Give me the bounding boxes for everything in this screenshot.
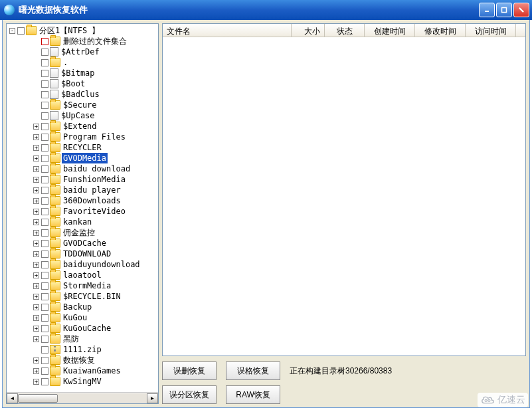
tree-item[interactable]: +TDDOWNLOAD bbox=[7, 249, 158, 259]
tree-item[interactable]: +佣金监控 bbox=[7, 227, 158, 238]
expand-icon[interactable]: + bbox=[33, 209, 39, 215]
checkbox[interactable] bbox=[41, 378, 48, 385]
expand-icon[interactable]: + bbox=[33, 251, 39, 257]
column-header[interactable]: 文件名 bbox=[163, 24, 292, 37]
checkbox[interactable] bbox=[41, 112, 48, 120]
scroll-thumb[interactable] bbox=[18, 394, 58, 403]
tree-item[interactable]: 删除过的文件集合 bbox=[7, 36, 158, 47]
checkbox[interactable] bbox=[41, 314, 48, 322]
tree-item[interactable]: +baidu player bbox=[7, 185, 158, 195]
expand-icon[interactable]: + bbox=[33, 177, 39, 183]
tree-item[interactable]: +$Extend bbox=[7, 121, 158, 132]
recover-deleted-button[interactable]: 误删恢复 bbox=[162, 361, 217, 380]
expand-icon[interactable]: + bbox=[33, 134, 39, 140]
expand-icon[interactable]: + bbox=[33, 283, 39, 289]
expand-icon[interactable]: + bbox=[33, 198, 39, 204]
checkbox[interactable] bbox=[41, 304, 48, 311]
expand-icon[interactable]: + bbox=[33, 294, 39, 300]
tree-item[interactable]: $Secure bbox=[7, 100, 158, 110]
checkbox[interactable] bbox=[41, 80, 48, 88]
expand-icon[interactable]: + bbox=[33, 124, 39, 130]
expand-icon[interactable]: + bbox=[33, 368, 39, 374]
maximize-button[interactable] bbox=[496, 3, 512, 17]
checkbox[interactable] bbox=[41, 70, 48, 77]
tree-item[interactable]: +Backup bbox=[7, 302, 158, 312]
expand-icon[interactable]: + bbox=[33, 326, 39, 332]
checkbox[interactable] bbox=[41, 197, 48, 205]
tree-horizontal-scrollbar[interactable]: ◄ ► bbox=[7, 392, 158, 403]
file-list[interactable]: 文件名大小状态创建时间修改时间访问时间 bbox=[162, 23, 526, 356]
file-list-header[interactable]: 文件名大小状态创建时间修改时间访问时间 bbox=[163, 24, 525, 37]
checkbox[interactable] bbox=[41, 261, 48, 268]
checkbox[interactable] bbox=[41, 282, 48, 290]
tree-item[interactable]: +GVODCache bbox=[7, 238, 158, 249]
file-list-body[interactable] bbox=[163, 37, 525, 356]
checkbox[interactable] bbox=[41, 272, 48, 279]
column-header[interactable]: 访问时间 bbox=[466, 24, 516, 37]
checkbox[interactable] bbox=[41, 346, 48, 354]
tree-item[interactable]: 1111.zip bbox=[7, 344, 158, 355]
expand-icon[interactable]: + bbox=[33, 187, 39, 193]
checkbox[interactable] bbox=[17, 27, 25, 35]
checkbox[interactable] bbox=[41, 91, 48, 98]
tree-item[interactable]: +kankan bbox=[7, 217, 158, 227]
tree-item[interactable]: +laoatool bbox=[7, 270, 158, 280]
tree-item[interactable]: . bbox=[7, 57, 158, 68]
checkbox[interactable] bbox=[41, 187, 48, 194]
scroll-left-button[interactable]: ◄ bbox=[7, 393, 18, 403]
checkbox[interactable] bbox=[41, 59, 48, 66]
checkbox[interactable] bbox=[41, 208, 48, 215]
checkbox[interactable] bbox=[41, 102, 48, 109]
tree-item[interactable]: $Boot bbox=[7, 78, 158, 89]
tree-item[interactable]: $UpCase bbox=[7, 110, 158, 121]
tree-item[interactable]: +$RECYCLE.BIN bbox=[7, 291, 158, 302]
checkbox[interactable] bbox=[41, 134, 48, 141]
tree-item[interactable]: +StormMedia bbox=[7, 280, 158, 291]
recover-raw-button[interactable]: RAW恢复 bbox=[226, 385, 280, 404]
checkbox[interactable] bbox=[41, 155, 48, 162]
tree-item[interactable]: +数据恢复 bbox=[7, 355, 158, 365]
tree-item[interactable]: +黑防 bbox=[7, 334, 158, 344]
expand-icon[interactable]: + bbox=[33, 379, 39, 385]
scroll-right-button[interactable]: ► bbox=[147, 393, 158, 403]
checkbox[interactable] bbox=[41, 165, 48, 173]
tree-root[interactable]: -分区1【NTFS 】 bbox=[7, 25, 158, 36]
column-header[interactable]: 修改时间 bbox=[415, 24, 466, 37]
tree-item[interactable]: +KuGou bbox=[7, 312, 158, 323]
expand-icon[interactable]: + bbox=[33, 155, 39, 161]
column-header[interactable]: 大小 bbox=[292, 24, 325, 37]
checkbox[interactable] bbox=[41, 38, 48, 45]
tree-item[interactable]: +KuGouCache bbox=[7, 323, 158, 334]
expand-icon[interactable]: + bbox=[33, 219, 39, 225]
tree-item[interactable]: $Bitmap bbox=[7, 68, 158, 78]
expand-icon[interactable]: + bbox=[33, 241, 39, 247]
checkbox[interactable] bbox=[41, 357, 48, 364]
tree-item[interactable]: $BadClus bbox=[7, 89, 158, 100]
directory-tree[interactable]: -分区1【NTFS 】删除过的文件集合$AttrDef.$Bitmap$Boot… bbox=[7, 24, 158, 392]
checkbox[interactable] bbox=[41, 49, 48, 56]
scroll-track[interactable] bbox=[18, 393, 147, 403]
checkbox[interactable] bbox=[41, 229, 48, 237]
tree-item[interactable]: +KuaiwanGames bbox=[7, 365, 158, 376]
minimize-button[interactable] bbox=[479, 3, 495, 17]
column-header[interactable]: 状态 bbox=[325, 24, 365, 37]
tree-item[interactable]: +baiduyundownload bbox=[7, 259, 158, 270]
tree-item[interactable]: +FunshionMedia bbox=[7, 174, 158, 185]
checkbox[interactable] bbox=[41, 144, 48, 152]
expand-icon[interactable]: + bbox=[33, 230, 39, 236]
tree-item[interactable]: +RECYCLER bbox=[7, 142, 158, 153]
checkbox[interactable] bbox=[41, 219, 48, 226]
tree-item[interactable]: $AttrDef bbox=[7, 47, 158, 57]
tree-item[interactable]: +FavoriteVideo bbox=[7, 206, 158, 217]
expand-icon[interactable]: + bbox=[33, 304, 39, 310]
checkbox[interactable] bbox=[41, 336, 48, 343]
checkbox[interactable] bbox=[41, 240, 48, 247]
collapse-icon[interactable]: - bbox=[9, 28, 15, 34]
expand-icon[interactable]: + bbox=[33, 358, 39, 363]
checkbox[interactable] bbox=[41, 293, 48, 300]
expand-icon[interactable]: + bbox=[33, 166, 39, 172]
recover-partition-button[interactable]: 误分区恢复 bbox=[162, 385, 217, 404]
checkbox[interactable] bbox=[41, 325, 48, 332]
tree-item[interactable]: +GVODMedia bbox=[7, 153, 158, 163]
tree-item[interactable]: +Program Files bbox=[7, 132, 158, 142]
